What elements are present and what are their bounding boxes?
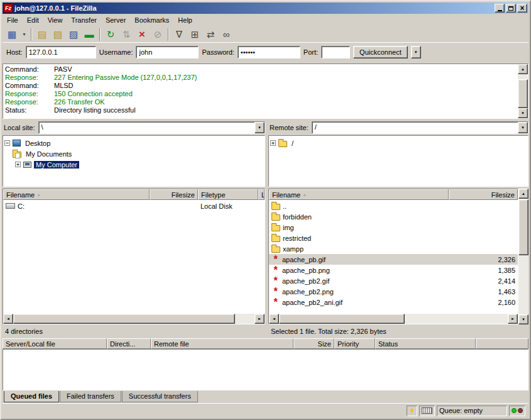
menu-edit[interactable]: Edit	[23, 14, 43, 26]
column-filename[interactable]: Filename▲	[269, 189, 449, 200]
column-size[interactable]: Size	[293, 338, 334, 349]
encryption-indicator[interactable]	[419, 406, 435, 416]
remote-file-row[interactable]: forbidden	[269, 211, 518, 222]
local-file-row-c-drive[interactable]: C: Local Disk	[3, 201, 265, 211]
log-scrollbar[interactable]: ▲ ▼	[518, 64, 528, 118]
quickconnect-dropdown-button[interactable]: ▼	[411, 46, 421, 58]
scrollbar-thumb[interactable]	[518, 79, 528, 108]
notification-indicator[interactable]	[407, 406, 417, 416]
remote-file-row[interactable]: xampp	[269, 243, 518, 254]
sync-browse-button[interactable]: ⇄	[203, 28, 218, 41]
scrollbar-thumb[interactable]	[518, 199, 528, 255]
sync-browse-icon: ⇄	[207, 30, 215, 39]
compare-button[interactable]: ⊞	[187, 28, 202, 41]
queue-list[interactable]	[3, 349, 528, 390]
remote-horizontal-scrollbar[interactable]: ◄ ►	[269, 314, 518, 324]
quickconnect-button[interactable]: Quickconnect	[353, 46, 408, 58]
filter-button[interactable]: ∇	[172, 28, 187, 41]
scroll-up-button[interactable]: ▲	[518, 64, 528, 74]
remote-file-row[interactable]: *apache_pb2_ani.gif2,160	[269, 297, 518, 307]
close-button[interactable]: ×	[517, 4, 527, 13]
tab-failed-transfers[interactable]: Failed transfers	[60, 391, 121, 402]
column-direction[interactable]: Directi...	[107, 338, 151, 349]
image-file-icon: *	[271, 255, 280, 263]
tab-successful-transfers[interactable]: Successful transfers	[122, 391, 198, 402]
menu-help[interactable]: Help	[173, 14, 197, 26]
process-queue-button[interactable]: ⇅	[119, 28, 134, 41]
scrollbar-thumb[interactable]	[13, 314, 235, 324]
column-last-modified[interactable]: L	[258, 189, 265, 200]
menu-transfer[interactable]: Transfer	[67, 14, 101, 26]
titlebar[interactable]: Fz john@127.0.0.1 - FileZilla ×	[3, 3, 528, 14]
log-text: 227 Entering Passive Mode (127,0,0,1,17,…	[54, 74, 197, 82]
tree-item-my-documents[interactable]: My Documents	[13, 148, 263, 159]
column-priority[interactable]: Priority	[334, 338, 375, 349]
column-status[interactable]: Status	[375, 338, 476, 349]
column-remote-file[interactable]: Remote file	[151, 338, 293, 349]
log-line: Status:Directory listing successful	[5, 106, 516, 114]
column-filetype[interactable]: Filetype	[198, 189, 258, 200]
cancel-button[interactable]: ×	[134, 28, 150, 41]
site-manager-button[interactable]: ▦	[4, 28, 19, 41]
combo-dropdown-button[interactable]: ▼	[255, 122, 265, 133]
remote-file-row[interactable]: *apache_pb.png1,385	[269, 265, 518, 275]
expand-icon[interactable]: +	[270, 140, 276, 146]
menu-file[interactable]: File	[3, 14, 23, 26]
expand-icon[interactable]: +	[15, 162, 21, 167]
tree-item-desktop[interactable]: − Desktop	[4, 138, 263, 148]
password-input[interactable]	[238, 46, 300, 58]
menu-view[interactable]: View	[43, 14, 67, 26]
scroll-right-button[interactable]: ►	[255, 314, 265, 324]
tree-item-root[interactable]: + /	[270, 138, 527, 148]
scroll-left-button[interactable]: ◄	[3, 314, 13, 324]
toggle-remote-tree-button[interactable]: ▨	[66, 28, 81, 41]
column-filesize[interactable]: Filesize	[449, 189, 518, 200]
remote-file-row[interactable]: *apache_pb2.png1,463	[269, 286, 518, 297]
menu-bookmarks[interactable]: Bookmarks	[130, 14, 173, 26]
local-horizontal-scrollbar[interactable]: ◄ ►	[3, 314, 265, 324]
username-input[interactable]	[136, 46, 199, 58]
minimize-button[interactable]	[495, 4, 505, 13]
scrollbar-track[interactable]	[13, 314, 255, 324]
remote-vertical-scrollbar[interactable]: ▲ ▼	[518, 189, 528, 324]
scroll-up-button[interactable]: ▲	[518, 189, 528, 199]
scrollbar-track[interactable]	[518, 199, 528, 314]
refresh-button[interactable]: ↻	[103, 28, 118, 41]
toggle-message-log-button[interactable]: ▤	[35, 28, 50, 41]
disconnect-button[interactable]: ⊘	[150, 28, 165, 41]
remote-site-combo[interactable]: / ▼	[312, 121, 528, 134]
scroll-down-button[interactable]: ▼	[518, 108, 528, 118]
site-manager-dropdown-button[interactable]: ▼	[20, 28, 28, 41]
toggle-local-tree-button[interactable]: ▧	[50, 28, 65, 41]
remote-file-row[interactable]: *apache_pb2.gif2,414	[269, 275, 518, 286]
column-server-local-file[interactable]: Server/Local file	[3, 338, 107, 349]
scroll-left-button[interactable]: ◄	[269, 314, 279, 324]
host-input[interactable]	[26, 46, 96, 58]
scrollbar-track[interactable]	[279, 314, 508, 324]
scrollbar-track[interactable]	[518, 74, 528, 108]
find-button[interactable]: ∞	[219, 28, 234, 41]
file-name: xampp	[283, 245, 304, 253]
remote-file-row[interactable]: restricted	[269, 233, 518, 243]
username-label: Username:	[99, 48, 133, 56]
maximize-button[interactable]	[506, 4, 516, 13]
scroll-right-button[interactable]: ►	[508, 314, 518, 324]
combo-dropdown-button[interactable]: ▼	[518, 122, 528, 133]
column-filename[interactable]: Filename▲	[3, 189, 150, 200]
toolbar-separator	[31, 28, 32, 41]
file-name: restricted	[283, 235, 311, 242]
local-site-combo[interactable]: \ ▼	[38, 121, 265, 134]
column-filesize[interactable]: Filesize	[150, 189, 198, 200]
collapse-icon[interactable]: −	[4, 140, 10, 146]
tree-item-my-computer[interactable]: + My Computer	[15, 159, 263, 170]
remote-directory-tree: + /	[268, 135, 528, 187]
remote-file-row[interactable]: ..	[269, 201, 518, 211]
remote-file-row-selected[interactable]: *apache_pb.gif2,326	[269, 254, 518, 265]
menu-server[interactable]: Server	[101, 14, 130, 26]
toggle-queue-button[interactable]: ▬	[82, 28, 97, 41]
scroll-down-button[interactable]: ▼	[518, 314, 528, 324]
remote-file-row[interactable]: img	[269, 222, 518, 233]
tab-queued-files[interactable]: Queued files	[4, 391, 59, 402]
port-input[interactable]	[321, 46, 350, 58]
scrollbar-thumb[interactable]	[279, 314, 405, 324]
